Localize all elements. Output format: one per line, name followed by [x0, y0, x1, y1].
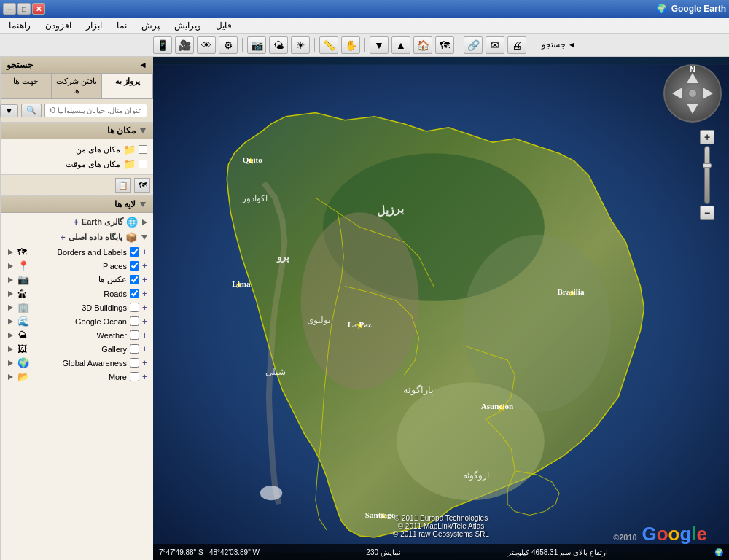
panel-tool-list[interactable]: 📋 [115, 178, 131, 192]
search-button[interactable]: 🔍 [21, 104, 42, 117]
toolbar-record[interactable]: 🎥 [175, 36, 194, 54]
borders-add[interactable]: + [142, 247, 147, 257]
zoom-out-button[interactable]: − [700, 206, 714, 220]
places-checkbox[interactable] [130, 261, 139, 271]
layer-global-awareness[interactable]: 🌍 Global Awareness + [4, 356, 150, 370]
weather-checkbox[interactable] [130, 330, 139, 340]
roads-checkbox[interactable] [130, 289, 139, 298]
primary-db-header[interactable]: 📦 پایگاه داده اصلی + [4, 230, 150, 245]
photos-checkbox[interactable] [130, 275, 139, 284]
svg-text:La Paz: La Paz [348, 320, 372, 329]
place-check-my[interactable] [139, 145, 147, 154]
photos-add[interactable]: + [142, 275, 147, 285]
status-lat: 7°47'49.88" S [159, 548, 203, 556]
nav-control[interactable]: N [663, 64, 722, 122]
menu-add[interactable]: افزودن [42, 19, 74, 32]
roads-add[interactable]: + [142, 289, 147, 299]
menu-jump[interactable]: پرش [139, 19, 163, 32]
fly-to-input[interactable] [44, 104, 147, 117]
places-header[interactable]: مکان ها [1, 122, 153, 139]
roads-expand [8, 291, 13, 297]
toolbar-weather[interactable]: 🌤 [269, 36, 288, 54]
menu-tools[interactable]: ابزار [83, 19, 105, 32]
nav-center[interactable] [687, 88, 698, 98]
earth-gallery-header[interactable]: 🌐 گالری Earth + [4, 214, 150, 230]
layer-roads[interactable]: 🛣 Roads + [4, 287, 150, 300]
toolbar-sun[interactable]: ☀ [291, 36, 310, 54]
weather-add[interactable]: + [142, 330, 147, 341]
primary-db-add[interactable]: + [61, 233, 66, 243]
maximize-button[interactable]: □ [17, 3, 31, 15]
place-item-my-places[interactable]: 📁 مکان های من [7, 142, 147, 157]
close-button[interactable]: ✕ [32, 3, 45, 15]
layer-more[interactable]: 📂 More + [4, 370, 150, 384]
main-content: برزیل پرو بولیوی اکوادور پاراگوئه اروگوئ… [0, 57, 729, 560]
toolbar-print[interactable]: 🖨 [507, 36, 526, 54]
borders-checkbox[interactable] [130, 247, 139, 257]
places-expand-icon [140, 128, 146, 133]
layer-gallery[interactable]: 🖼 Gallery + [4, 342, 150, 356]
zoom-slider-thumb[interactable] [703, 163, 712, 168]
layer-photos[interactable]: 📷 عکس ها + [4, 273, 150, 287]
svg-text:Brasilia: Brasilia [557, 287, 585, 296]
layer-places[interactable]: 📍 Places + [4, 259, 150, 273]
nav-east-arrow[interactable] [703, 88, 713, 99]
toolbar-camera[interactable]: 📷 [247, 36, 266, 54]
3d-add[interactable]: + [142, 303, 147, 313]
place-check-temp[interactable] [139, 160, 147, 168]
place-item-temp[interactable]: 📁 مکان های موقت [7, 157, 147, 171]
google-logo: ©2010 Google [613, 523, 707, 545]
layer-borders-labels[interactable]: 🗺 Borders and Labels + [4, 245, 150, 259]
ocean-checkbox[interactable] [130, 316, 139, 326]
toolbar-up[interactable]: ▲ [391, 36, 410, 54]
toolbar-home[interactable]: 🏠 [413, 36, 432, 54]
svg-text:بولیوی: بولیوی [307, 315, 330, 325]
tab-fly-to[interactable]: پرواز به [102, 74, 153, 98]
menu-help[interactable]: راهنما [6, 19, 34, 32]
layers-header[interactable]: لایه ها [1, 196, 153, 213]
tab-directions[interactable]: جهت ها [1, 74, 52, 98]
nav-west-arrow[interactable] [672, 88, 682, 99]
toolbar-settings[interactable]: ⚙ [219, 36, 238, 54]
gallery-add[interactable]: + [142, 344, 147, 354]
places-layer-add[interactable]: + [142, 261, 147, 271]
app-title: Google Earth [671, 4, 726, 14]
toolbar-eye[interactable]: 👁 [197, 36, 216, 54]
zoom-slider-track[interactable] [704, 146, 710, 204]
earth-gallery-expand-icon [142, 219, 147, 225]
ocean-add[interactable]: + [142, 316, 147, 327]
menu-view[interactable]: نما [114, 19, 130, 32]
earth-gallery-add[interactable]: + [74, 217, 79, 228]
zoom-in-button[interactable]: + [700, 130, 714, 144]
nav-north-arrow[interactable] [687, 73, 698, 83]
toolbar-down[interactable]: ▼ [370, 36, 389, 54]
borders-expand [8, 249, 13, 255]
toolbar-map[interactable]: 🗺 [435, 36, 454, 54]
3d-checkbox[interactable] [130, 303, 139, 312]
search-dropdown-button[interactable]: ▼ [0, 104, 18, 117]
toolbar-ruler[interactable]: 📏 [319, 36, 338, 54]
places-title: مکان ها [107, 125, 136, 136]
panel-tool-map[interactable]: 🗺 [134, 178, 150, 192]
toolbar-hand[interactable]: ✋ [341, 36, 360, 54]
tab-find-businesses[interactable]: یافتن شرکت ها [52, 74, 103, 98]
toolbar-link[interactable]: 🔗 [464, 36, 483, 54]
layer-google-ocean[interactable]: 🌊 Google Ocean + [4, 314, 150, 328]
more-add[interactable]: + [142, 372, 147, 382]
minimize-button[interactable]: – [3, 3, 16, 15]
global-checkbox[interactable] [130, 358, 139, 368]
map-area[interactable]: برزیل پرو بولیوی اکوادور پاراگوئه اروگوئ… [153, 57, 729, 560]
nav-south-arrow[interactable] [687, 104, 698, 114]
menu-edit[interactable]: ویرایش [171, 19, 204, 32]
more-checkbox[interactable] [130, 372, 139, 381]
layers-list: 🌐 گالری Earth + 📦 پایگاه داده اصلی + 🗺 B… [1, 213, 153, 385]
layer-3d-buildings[interactable]: 🏢 3D Buildings + [4, 300, 150, 314]
global-add[interactable]: + [142, 358, 147, 368]
menu-file[interactable]: فایل [213, 19, 235, 32]
more-label: More [32, 373, 127, 381]
toolbar-email[interactable]: ✉ [486, 36, 504, 54]
toolbar: ◄ جستجو 🖨 ✉ 🔗 🗺 🏠 ▲ ▼ ✋ 📏 ☀ 🌤 📷 ⚙ 👁 🎥 📱 [0, 34, 729, 57]
gallery-checkbox[interactable] [130, 344, 139, 354]
layer-weather[interactable]: 🌤 Weather + [4, 328, 150, 342]
toolbar-mobile[interactable]: 📱 [153, 36, 172, 54]
